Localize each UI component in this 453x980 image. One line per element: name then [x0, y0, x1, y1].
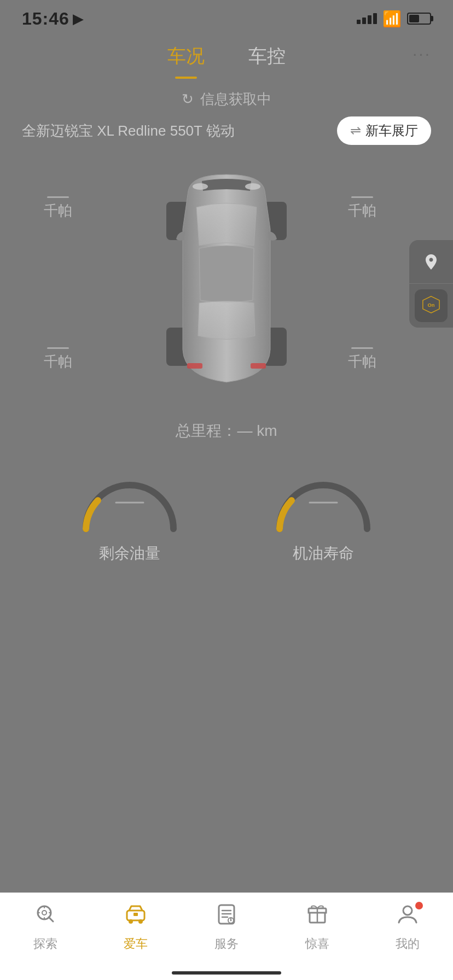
odometer-value: — km: [237, 422, 277, 439]
tire-rl-value: 千帕: [44, 352, 72, 371]
nav-tab-my-car[interactable]: 爱车: [124, 902, 148, 952]
tire-rear-left: 千帕: [44, 347, 72, 371]
car-model-title: 全新迈锐宝 XL Redline 550T 锐动: [22, 121, 235, 141]
car-image: [161, 169, 292, 399]
status-time: 15:46: [22, 9, 69, 29]
onstar-button[interactable]: On: [409, 284, 453, 328]
svg-point-29: [230, 920, 231, 921]
battery-icon: [407, 13, 431, 25]
svg-point-5: [245, 183, 260, 190]
svg-point-4: [193, 183, 208, 190]
tire-fl-line: [47, 196, 69, 198]
more-button[interactable]: ···: [413, 44, 431, 63]
home-indicator: [172, 971, 281, 975]
explore-icon: [33, 902, 57, 931]
wifi-icon: 📶: [382, 10, 402, 28]
oil-gauge-label: 机油寿命: [293, 543, 354, 564]
svg-point-21: [138, 919, 143, 924]
surprise-icon: [305, 902, 329, 931]
location-icon: ▶: [73, 10, 84, 27]
fuel-gauge: 剩余油量: [75, 474, 184, 564]
loading-row: ↻ 信息获取中: [0, 90, 453, 109]
status-icons: 📶: [357, 10, 431, 28]
tire-rear-right: 千帕: [348, 347, 376, 371]
nav-tab-service-label: 服务: [214, 936, 239, 952]
nav-tab-surprise[interactable]: 惊喜: [305, 902, 329, 952]
service-icon: [214, 902, 239, 931]
nav-tab-mine-label: 我的: [396, 936, 420, 952]
fuel-gauge-visual: [75, 474, 184, 534]
car-title-row: 全新迈锐宝 XL Redline 550T 锐动 ⇌ 新车展厅: [0, 109, 453, 153]
signal-icon: [357, 13, 377, 24]
svg-point-31: [403, 906, 412, 915]
side-buttons: On: [409, 240, 453, 328]
mine-icon-wrap: [396, 902, 420, 931]
svg-rect-6: [187, 363, 202, 369]
fuel-gauge-label: 剩余油量: [99, 543, 160, 564]
onstar-text: On: [421, 295, 441, 316]
svg-rect-7: [251, 363, 266, 369]
mine-badge-dot: [415, 902, 423, 909]
nav-tab-mine[interactable]: 我的: [396, 902, 420, 952]
tire-fr-line: [351, 196, 373, 198]
refresh-icon[interactable]: ↻: [182, 91, 194, 108]
nav-tab-explore[interactable]: 探索: [33, 902, 57, 952]
showroom-arrows-icon: ⇌: [350, 123, 361, 138]
tire-rl-line: [47, 347, 69, 349]
gauges-row: 剩余油量 机油寿命: [0, 452, 453, 575]
tire-rr-value: 千帕: [348, 352, 376, 371]
car-diagram-area: 千帕 千帕 千帕 千帕: [0, 153, 453, 415]
nav-tab-service[interactable]: 服务: [214, 902, 239, 952]
nav-tab-explore-label: 探索: [33, 936, 57, 952]
bottom-nav-bar: 探索 爱车 服务: [0, 892, 453, 980]
svg-line-14: [49, 917, 53, 921]
tab-bar: 车况 车控 ···: [0, 33, 453, 74]
showroom-button[interactable]: ⇌ 新车展厅: [337, 116, 431, 145]
tire-front-left: 千帕: [44, 196, 72, 220]
onstar-badge: On: [415, 289, 448, 322]
svg-point-13: [42, 911, 47, 915]
tire-front-right: 千帕: [348, 196, 376, 220]
svg-point-20: [129, 919, 133, 924]
my-car-icon: [124, 902, 148, 931]
tire-rr-line: [351, 347, 373, 349]
tab-car-control[interactable]: 车控: [226, 38, 307, 74]
showroom-label: 新车展厅: [365, 122, 418, 139]
oil-gauge: 机油寿命: [269, 474, 378, 564]
tab-car-status[interactable]: 车况: [146, 38, 226, 74]
nav-tab-my-car-label: 爱车: [124, 936, 148, 952]
odometer-row: 总里程：— km: [0, 421, 453, 441]
location-button[interactable]: [409, 240, 453, 284]
odometer-label: 总里程：: [176, 422, 237, 439]
tire-fr-value: 千帕: [348, 201, 376, 220]
tire-fl-value: 千帕: [44, 201, 72, 220]
oil-gauge-visual: [269, 474, 378, 534]
loading-text: 信息获取中: [200, 90, 271, 109]
svg-text:On: On: [428, 302, 435, 308]
svg-rect-22: [133, 913, 138, 916]
status-bar: 15:46 ▶ 📶: [0, 0, 453, 33]
main-content: 车况 车控 ··· ↻ 信息获取中 全新迈锐宝 XL Redline 550T …: [0, 33, 453, 892]
nav-tab-surprise-label: 惊喜: [305, 936, 329, 952]
